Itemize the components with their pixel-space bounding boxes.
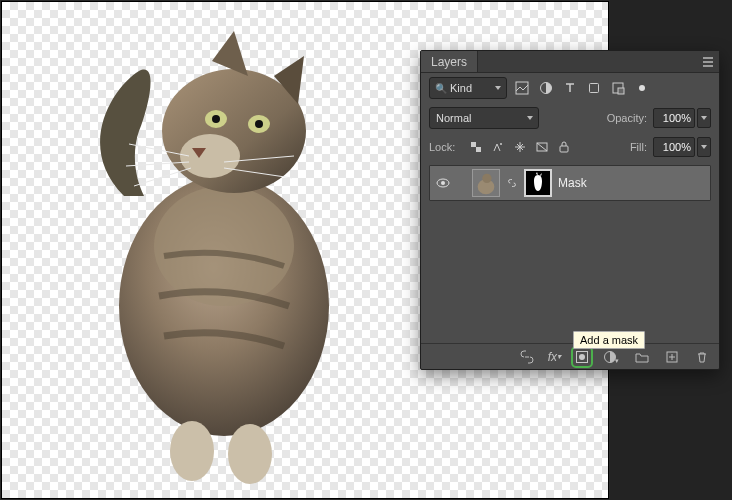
filter-pixel-icon[interactable] <box>513 79 531 97</box>
svg-rect-17 <box>476 147 481 152</box>
adjustment-layer-button[interactable]: ▾ <box>603 348 621 366</box>
add-mask-button[interactable] <box>573 348 591 366</box>
filter-adjustment-icon[interactable] <box>537 79 555 97</box>
svg-point-9 <box>255 120 263 128</box>
svg-point-28 <box>579 354 585 360</box>
svg-rect-10 <box>516 82 528 94</box>
layer-style-button[interactable]: fx▾ <box>548 348 561 366</box>
canvas-subject-image <box>84 16 374 486</box>
delete-layer-button[interactable] <box>693 348 711 366</box>
mask-shape-icon <box>526 171 550 195</box>
layer-thumbnail[interactable] <box>472 169 500 197</box>
lock-label: Lock: <box>429 141 455 153</box>
svg-point-25 <box>482 174 491 183</box>
visibility-toggle[interactable] <box>436 176 450 190</box>
lock-artboard-icon[interactable] <box>533 138 551 156</box>
eye-icon <box>436 176 450 190</box>
lock-transparency-icon[interactable] <box>467 138 485 156</box>
layer-row[interactable]: Mask <box>429 165 711 201</box>
panel-menu-button[interactable] <box>697 51 719 72</box>
svg-point-2 <box>170 421 214 481</box>
add-mask-tooltip: Add a mask <box>573 331 645 349</box>
layer-list: Mask <box>421 161 719 343</box>
svg-point-15 <box>639 85 645 91</box>
mask-link-icon[interactable] <box>506 176 518 190</box>
cat-illustration <box>84 16 374 486</box>
new-layer-button[interactable] <box>663 348 681 366</box>
hamburger-icon <box>701 55 715 69</box>
svg-point-18 <box>500 143 502 145</box>
new-group-button[interactable] <box>633 348 651 366</box>
filter-shape-icon[interactable] <box>585 79 603 97</box>
layers-panel-footer: fx▾ ▾ <box>421 343 719 369</box>
svg-rect-12 <box>590 84 599 93</box>
svg-rect-20 <box>560 146 568 152</box>
fill-label: Fill: <box>630 141 647 153</box>
layer-filter-row: Kind <box>421 73 719 103</box>
blend-opacity-row: Normal Opacity: <box>421 103 719 133</box>
svg-point-1 <box>154 186 294 306</box>
link-layers-button[interactable] <box>518 348 536 366</box>
panel-tab-bar: Layers <box>421 51 719 73</box>
opacity-label: Opacity: <box>607 112 647 124</box>
svg-point-22 <box>441 181 445 185</box>
blend-mode-select[interactable]: Normal <box>429 107 539 129</box>
filter-artboard-icon[interactable] <box>633 79 651 97</box>
tab-layers[interactable]: Layers <box>421 51 478 72</box>
svg-point-8 <box>212 115 220 123</box>
fill-input[interactable] <box>653 137 695 157</box>
fill-stepper[interactable] <box>697 137 711 157</box>
layer-name-label[interactable]: Mask <box>558 176 587 190</box>
mask-thumbnail[interactable] <box>524 169 552 197</box>
svg-point-3 <box>228 424 272 484</box>
svg-rect-14 <box>618 88 624 94</box>
filter-smartobject-icon[interactable] <box>609 79 627 97</box>
layers-panel: Layers Kind Normal Opacity: Loc <box>420 50 720 370</box>
lock-all-icon[interactable] <box>555 138 573 156</box>
filter-type-icon[interactable] <box>561 79 579 97</box>
filter-kind-select[interactable]: Kind <box>429 77 507 99</box>
lock-fill-row: Lock: Fill: <box>421 133 719 161</box>
lock-image-icon[interactable] <box>489 138 507 156</box>
opacity-stepper[interactable] <box>697 108 711 128</box>
lock-position-icon[interactable] <box>511 138 529 156</box>
svg-rect-16 <box>471 142 476 147</box>
opacity-input[interactable] <box>653 108 695 128</box>
